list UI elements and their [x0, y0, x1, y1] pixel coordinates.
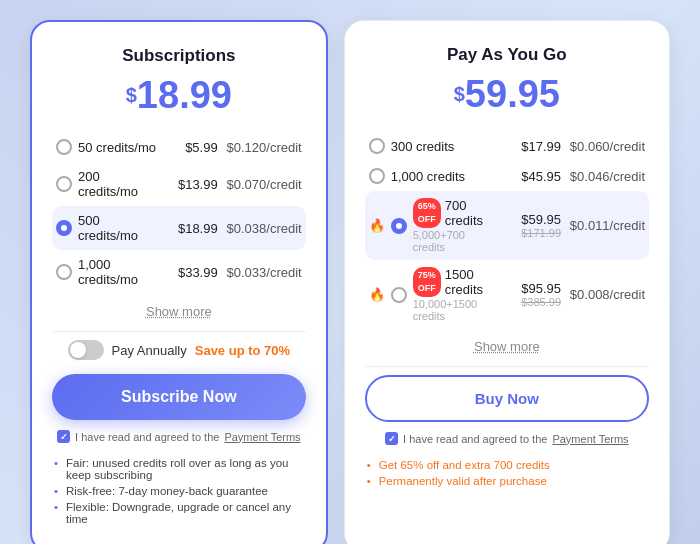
sub-per-credit: $0.038/credit: [224, 221, 302, 236]
annual-toggle[interactable]: [68, 340, 104, 360]
sub-radio[interactable]: [56, 220, 72, 236]
sub-price: $13.99: [166, 177, 218, 192]
sub-credits: 50 credits/mo: [78, 140, 160, 155]
sub-per-credit: $0.033/credit: [224, 265, 302, 280]
pay-credits-wrap: 75% OFF 1500 credits 10,000+1500 credits: [413, 267, 483, 322]
pay-credits: 1500 credits: [445, 267, 483, 297]
pay-price: $45.95: [509, 169, 561, 184]
payasyougo-options: 300 credits $17.99 $0.060/credit 1,000 c…: [365, 131, 649, 329]
payasyougo-amount: 59.95: [465, 73, 560, 115]
credits-sub: 10,000+1500 credits: [413, 298, 483, 322]
payasyougo-show-more[interactable]: Show more: [365, 339, 649, 354]
pay-price: $95.95: [509, 281, 561, 296]
sub-radio[interactable]: [56, 176, 72, 192]
pay-per-credit: $0.046/credit: [567, 169, 645, 184]
pay-per-credit: $0.011/credit: [567, 218, 645, 233]
sub-option-row[interactable]: 1,000 credits/mo $33.99 $0.033/credit: [52, 250, 306, 294]
pay-credits-wrap: 65% OFF 700 credits 5,000+700 credits: [413, 198, 483, 253]
discount-badge: 75% OFF: [413, 267, 441, 296]
sub-price: $18.99: [166, 221, 218, 236]
payasyougo-terms-checkbox[interactable]: [385, 432, 398, 445]
fire-icon: 🔥: [369, 287, 385, 302]
pay-price-wrap: $95.95 $385.99: [489, 281, 561, 308]
payasyougo-terms: I have read and agreed to the Payment Te…: [365, 432, 649, 445]
subscriptions-amount: 18.99: [137, 74, 232, 116]
promo-bullets: Get 65% off and extra 700 creditsPermane…: [365, 457, 649, 489]
pay-option-row[interactable]: 🔥 75% OFF 1500 credits 10,000+1500 credi…: [365, 260, 649, 329]
fire-icon: 🔥: [369, 218, 385, 233]
subscriptions-terms-text: I have read and agreed to the: [75, 431, 219, 443]
pay-option-row[interactable]: 300 credits $17.99 $0.060/credit: [365, 131, 649, 161]
subscriptions-price: $18.99: [52, 76, 306, 114]
pay-price: $59.95: [509, 212, 561, 227]
pay-credits: 300 credits: [391, 139, 503, 154]
buy-button[interactable]: Buy Now: [365, 375, 649, 422]
sub-bullet: Flexible: Downgrade, upgrade or cancel a…: [52, 499, 306, 527]
subscriptions-terms-checkbox[interactable]: [57, 430, 70, 443]
sub-option-row[interactable]: 500 credits/mo $18.99 $0.038/credit: [52, 206, 306, 250]
subscriptions-show-more[interactable]: Show more: [52, 304, 306, 319]
sub-option-row[interactable]: 50 credits/mo $5.99 $0.120/credit: [52, 132, 306, 162]
pay-price-wrap: $59.95 $171.99: [489, 212, 561, 239]
payasyougo-terms-text: I have read and agreed to the: [403, 433, 547, 445]
sub-per-credit: $0.070/credit: [224, 177, 302, 192]
sub-credits: 500 credits/mo: [78, 213, 160, 243]
pay-per-credit: $0.008/credit: [567, 287, 645, 302]
pay-price-strike: $171.99: [521, 227, 561, 239]
subscriptions-terms: I have read and agreed to the Payment Te…: [52, 430, 306, 443]
sub-credits: 1,000 credits/mo: [78, 257, 160, 287]
sub-per-credit: $0.120/credit: [224, 140, 302, 155]
payasyougo-price: $59.95: [365, 75, 649, 113]
payasyougo-dollar: $: [454, 83, 465, 105]
subscriptions-options: 50 credits/mo $5.99 $0.120/credit 200 cr…: [52, 132, 306, 294]
sub-option-row[interactable]: 200 credits/mo $13.99 $0.070/credit: [52, 162, 306, 206]
pay-price: $17.99: [509, 139, 561, 154]
payasyougo-title: Pay As You Go: [365, 45, 649, 65]
toggle-row: Pay Annually Save up to 70%: [52, 340, 306, 360]
cards-wrapper: Subscriptions $18.99 50 credits/mo $5.99…: [10, 0, 690, 544]
pay-credits: 1,000 credits: [391, 169, 503, 184]
badge-row: 65% OFF 700 credits: [413, 198, 483, 228]
subscriptions-bullets: Fair: unused credits roll over as long a…: [52, 455, 306, 527]
sub-bullet: Fair: unused credits roll over as long a…: [52, 455, 306, 483]
sub-radio[interactable]: [56, 264, 72, 280]
subscribe-button[interactable]: Subscribe Now: [52, 374, 306, 420]
pay-option-row[interactable]: 1,000 credits $45.95 $0.046/credit: [365, 161, 649, 191]
badge-row: 75% OFF 1500 credits: [413, 267, 483, 297]
pay-price-strike: $385.99: [521, 296, 561, 308]
save-text: Save up to 70%: [195, 343, 290, 358]
subscriptions-card: Subscriptions $18.99 50 credits/mo $5.99…: [30, 20, 328, 544]
pay-radio[interactable]: [391, 287, 407, 303]
promo-bullet: Get 65% off and extra 700 credits: [365, 457, 649, 473]
credits-sub: 5,000+700 credits: [413, 229, 483, 253]
pay-per-credit: $0.060/credit: [567, 139, 645, 154]
subscriptions-dollar: $: [126, 84, 137, 106]
pay-option-row[interactable]: 🔥 65% OFF 700 credits 5,000+700 credits …: [365, 191, 649, 260]
sub-bullet: Risk-free: 7-day money-back guarantee: [52, 483, 306, 499]
promo-bullet: Permanently valid after purchase: [365, 473, 649, 489]
pay-radio[interactable]: [391, 218, 407, 234]
discount-badge: 65% OFF: [413, 198, 441, 227]
subscriptions-title: Subscriptions: [52, 46, 306, 66]
sub-radio[interactable]: [56, 139, 72, 155]
pay-credits: 700 credits: [445, 198, 483, 228]
sub-price: $33.99: [166, 265, 218, 280]
pay-radio[interactable]: [369, 138, 385, 154]
payasyougo-terms-link[interactable]: Payment Terms: [552, 433, 628, 445]
pay-radio[interactable]: [369, 168, 385, 184]
sub-price: $5.99: [166, 140, 218, 155]
toggle-label: Pay Annually: [112, 343, 187, 358]
subscriptions-terms-link[interactable]: Payment Terms: [224, 431, 300, 443]
payasyougo-card: Pay As You Go $59.95 300 credits $17.99 …: [344, 20, 670, 544]
sub-credits: 200 credits/mo: [78, 169, 160, 199]
